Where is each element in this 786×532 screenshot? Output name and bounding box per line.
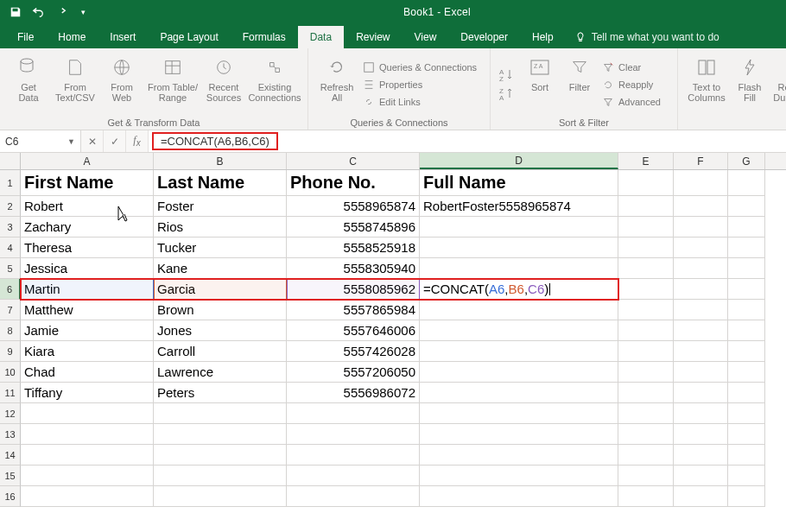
cell[interactable] <box>618 486 674 507</box>
sort-az-button[interactable]: AZ <box>498 67 515 83</box>
cell[interactable]: =CONCAT(A6,B6,C6) <box>420 279 618 300</box>
cell[interactable] <box>618 445 674 466</box>
colhead-c[interactable]: C <box>287 153 420 169</box>
cell[interactable] <box>674 341 728 362</box>
cell[interactable] <box>728 486 765 507</box>
cell[interactable] <box>674 196 728 217</box>
cell[interactable] <box>420 258 618 279</box>
cell[interactable] <box>618 383 674 403</box>
qa-customize-button[interactable]: ▾ <box>73 2 93 22</box>
cell[interactable]: 5556986072 <box>287 383 420 403</box>
cell[interactable]: RobertFoster5558965874 <box>420 196 618 217</box>
cell[interactable]: Chad <box>21 362 154 383</box>
cell[interactable] <box>154 403 287 424</box>
colhead-d[interactable]: D <box>420 153 618 169</box>
cell[interactable] <box>674 279 728 300</box>
cell[interactable] <box>21 424 154 445</box>
cell[interactable] <box>674 424 728 445</box>
flash-fill-button[interactable]: Flash Fill <box>732 52 768 116</box>
properties-button[interactable]: Properties <box>362 78 483 92</box>
cell[interactable]: Jessica <box>21 258 154 279</box>
cell[interactable] <box>154 466 287 486</box>
tab-review[interactable]: Review <box>344 26 402 48</box>
cell[interactable] <box>674 320 728 341</box>
cell[interactable]: Garcia <box>154 279 287 300</box>
accept-formula-button[interactable]: ✓ <box>104 130 126 152</box>
cell[interactable] <box>728 300 765 320</box>
remove-dup-button[interactable]: Remove Duplicates <box>771 52 786 116</box>
cell[interactable] <box>618 196 674 217</box>
rowhead[interactable]: 11 <box>0 383 21 403</box>
existing-conn-button[interactable]: Existing Connections <box>249 52 301 116</box>
cell[interactable] <box>674 362 728 383</box>
advanced-filter-button[interactable]: Advanced <box>601 95 670 109</box>
cell[interactable] <box>728 362 765 383</box>
tab-home[interactable]: Home <box>46 26 98 48</box>
cell[interactable] <box>287 424 420 445</box>
cell[interactable] <box>420 300 618 320</box>
cell[interactable] <box>674 383 728 403</box>
cell[interactable] <box>728 320 765 341</box>
colhead-e[interactable]: E <box>618 153 674 169</box>
cell[interactable] <box>420 238 618 258</box>
cell[interactable]: Tucker <box>154 238 287 258</box>
colhead-f[interactable]: F <box>674 153 728 169</box>
cell[interactable] <box>420 466 618 486</box>
filter-button[interactable]: Filter <box>561 52 598 116</box>
colhead-b[interactable]: B <box>154 153 287 169</box>
cell[interactable]: 5558085962 <box>287 279 420 300</box>
cell[interactable] <box>618 403 674 424</box>
cell[interactable] <box>674 403 728 424</box>
tab-developer[interactable]: Developer <box>448 26 520 48</box>
cell[interactable] <box>728 383 765 403</box>
cell[interactable] <box>287 445 420 466</box>
cell[interactable] <box>21 466 154 486</box>
cell[interactable] <box>618 300 674 320</box>
cell[interactable]: Carroll <box>154 341 287 362</box>
cell[interactable] <box>674 445 728 466</box>
cell[interactable] <box>674 258 728 279</box>
cell[interactable]: First Name <box>21 170 154 196</box>
cell[interactable] <box>287 403 420 424</box>
cell[interactable]: Phone No. <box>287 170 420 196</box>
cell[interactable] <box>674 217 728 238</box>
cell[interactable] <box>674 170 728 196</box>
rowhead[interactable]: 10 <box>0 362 21 383</box>
rowhead[interactable]: 9 <box>0 341 21 362</box>
cell[interactable] <box>728 279 765 300</box>
clear-filter-button[interactable]: Clear <box>601 60 670 74</box>
cell[interactable]: Jamie <box>21 320 154 341</box>
tab-help[interactable]: Help <box>520 26 566 48</box>
cell[interactable]: 5558525918 <box>287 238 420 258</box>
cell[interactable] <box>618 258 674 279</box>
save-button[interactable] <box>5 2 26 22</box>
name-box[interactable]: C6 ▼ <box>0 130 81 152</box>
cell[interactable]: Kane <box>154 258 287 279</box>
cell[interactable]: 5557426028 <box>287 341 420 362</box>
cell[interactable] <box>618 320 674 341</box>
cancel-formula-button[interactable]: ✕ <box>81 130 104 152</box>
cell[interactable] <box>420 362 618 383</box>
colhead-g[interactable]: G <box>728 153 765 169</box>
get-data-button[interactable]: Get Data <box>7 52 50 116</box>
select-all-corner[interactable] <box>0 153 21 169</box>
worksheet-grid[interactable]: A B C D E F G 1 First Name Last Name Pho… <box>0 153 786 507</box>
cell[interactable] <box>674 300 728 320</box>
reapply-button[interactable]: Reapply <box>601 78 670 92</box>
cell[interactable] <box>618 424 674 445</box>
edit-links-button[interactable]: Edit Links <box>362 95 483 109</box>
cell[interactable]: Martin <box>21 279 154 300</box>
from-web-button[interactable]: From Web <box>100 52 143 116</box>
rowhead[interactable]: 2 <box>0 196 21 217</box>
rowhead[interactable]: 12 <box>0 403 21 424</box>
cell[interactable] <box>618 466 674 486</box>
cell[interactable]: 5558965874 <box>287 196 420 217</box>
rowhead[interactable]: 1 <box>0 170 21 196</box>
rowhead[interactable]: 16 <box>0 486 21 507</box>
cell[interactable]: Theresa <box>21 238 154 258</box>
cell[interactable] <box>618 170 674 196</box>
cell[interactable] <box>728 341 765 362</box>
tab-view[interactable]: View <box>403 26 449 48</box>
cell[interactable]: Lawrence <box>154 362 287 383</box>
tab-page-layout[interactable]: Page Layout <box>148 26 230 48</box>
